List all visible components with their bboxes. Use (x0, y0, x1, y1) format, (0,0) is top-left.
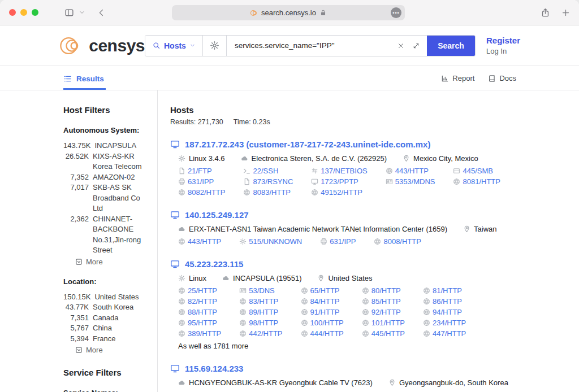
filter-row[interactable]: 26.52KKIXS-AS-KR Korea Telecom (63, 151, 152, 172)
more-button[interactable]: More (75, 346, 152, 354)
filter-row[interactable]: 7,352AMAZON-02 (63, 172, 152, 183)
service-link[interactable]: 515/UNKNOWN (239, 237, 302, 246)
service-link[interactable]: 444/HTTP (301, 329, 344, 338)
host-ip-link[interactable]: 187.217.72.243 (customer-187-217-72-243.… (170, 140, 579, 149)
filter-name[interactable]: France (93, 334, 152, 345)
report-button[interactable]: Report (441, 74, 474, 82)
service-link[interactable]: 445/HTTP (362, 329, 405, 338)
search-button[interactable]: Search (427, 36, 475, 56)
service-link[interactable]: 8083/HTTP (243, 188, 293, 197)
service-link[interactable]: 98/HTTP (239, 319, 282, 327)
filter-name[interactable]: CHINANET-BACKBONE No.31,Jin-rong Street (93, 214, 152, 256)
filter-row[interactable]: 43.77KSouth Korea (63, 302, 152, 313)
expand-query-icon[interactable] (413, 42, 420, 49)
filter-row[interactable]: 150.15KUnited States (63, 292, 152, 303)
query-settings-button[interactable] (203, 36, 227, 56)
service-link[interactable]: 234/HTTP (423, 319, 466, 327)
minimize-window-button[interactable] (20, 9, 27, 16)
chevron-down-icon[interactable] (79, 10, 85, 15)
service-link[interactable]: 83/HTTP (239, 297, 282, 306)
clear-query-icon[interactable] (397, 42, 404, 49)
globe-icon (362, 308, 369, 316)
filter-row[interactable]: 7,017SKB-AS SK Broadband Co Ltd (63, 182, 152, 214)
pin-icon (463, 225, 470, 233)
results-panel: Hosts Results: 271,730 Time: 0.23s 187.2… (158, 90, 579, 392)
service-link[interactable]: 447/HTTP (423, 329, 466, 338)
service-link[interactable]: 49152/HTTP (311, 188, 367, 197)
cloud-icon (178, 225, 185, 233)
docs-button[interactable]: Docs (488, 74, 516, 82)
filter-row[interactable]: 7,351Canada (63, 313, 152, 324)
service-link[interactable]: 92/HTTP (362, 308, 405, 316)
service-link[interactable]: 94/HTTP (423, 308, 466, 316)
service-link[interactable]: 89/HTTP (239, 308, 282, 316)
service-link[interactable]: 25/HTTP (178, 286, 221, 295)
sidebar-toggle-icon[interactable] (64, 8, 74, 18)
back-icon[interactable] (97, 8, 106, 17)
censys-logo[interactable]: censys (59, 33, 145, 58)
filter-name[interactable]: China (93, 323, 152, 334)
service-link[interactable]: 65/HTTP (301, 286, 344, 295)
service-link[interactable]: 442/HTTP (239, 329, 282, 338)
service-link[interactable]: 389/HTTP (178, 329, 221, 338)
filter-name[interactable]: United States (94, 292, 152, 303)
service-link[interactable]: 5353/MDNS (386, 177, 435, 186)
service-link[interactable]: 8008/HTTP (374, 237, 421, 246)
filter-name[interactable]: South Korea (93, 302, 152, 313)
service-link[interactable]: 873/RSYNC (243, 177, 293, 186)
search-query-input[interactable] (227, 36, 397, 56)
service-link[interactable]: 100/HTTP (301, 319, 344, 327)
service-link[interactable]: 631/IPP (178, 177, 225, 186)
service-link[interactable]: 53/DNS (239, 286, 282, 295)
service-link[interactable]: 81/HTTP (423, 286, 466, 295)
filter-section-label: Service Names: (63, 389, 152, 392)
share-icon[interactable] (541, 8, 550, 18)
filter-name[interactable]: AMAZON-02 (93, 172, 152, 183)
service-link[interactable]: 445/SMB (453, 167, 500, 175)
service-link[interactable]: 82/HTTP (178, 297, 221, 306)
service-link[interactable]: 84/HTTP (301, 297, 344, 306)
service-link[interactable]: 21/FTP (178, 167, 225, 175)
page-settings-button[interactable]: ••• (391, 7, 401, 18)
service-link[interactable]: 88/HTTP (178, 308, 221, 316)
register-link[interactable]: Register (486, 36, 520, 45)
service-link[interactable]: 95/HTTP (178, 319, 221, 327)
host-ip-link[interactable]: 45.223.223.115 (170, 259, 579, 269)
filter-row[interactable]: 143.75KINCAPSULA (63, 141, 152, 151)
service-link[interactable]: 91/HTTP (301, 308, 344, 316)
filter-name[interactable]: INCAPSULA (94, 141, 152, 151)
service-link[interactable]: 8081/HTTP (453, 177, 500, 186)
service-link[interactable]: 8082/HTTP (178, 188, 225, 197)
search-type-dropdown[interactable]: Hosts (145, 36, 203, 56)
service-link[interactable]: 631/IPP (320, 237, 356, 246)
filter-row[interactable]: 5,767China (63, 323, 152, 334)
globe-icon (453, 178, 460, 185)
login-link[interactable]: Log In (486, 47, 507, 55)
service-link[interactable]: 80/HTTP (362, 286, 405, 295)
service-link[interactable]: 137/NETBIOS (311, 167, 367, 175)
filter-name[interactable]: SKB-AS SK Broadband Co Ltd (93, 182, 152, 214)
zoom-window-button[interactable] (32, 9, 38, 16)
address-bar[interactable]: search.censys.io ••• (172, 5, 405, 20)
new-tab-icon[interactable] (561, 8, 570, 17)
service-link[interactable]: 1723/PPTP (311, 177, 367, 186)
more-icon (75, 346, 83, 354)
service-link[interactable]: 86/HTTP (423, 297, 466, 306)
docs-label: Docs (499, 74, 516, 82)
more-button[interactable]: More (75, 258, 152, 266)
service-label: 631/IPP (188, 177, 214, 186)
service-link[interactable]: 101/HTTP (362, 319, 405, 327)
service-link[interactable]: 443/HTTP (386, 167, 435, 175)
filter-name[interactable]: KIXS-AS-KR Korea Telecom (93, 151, 152, 172)
service-link[interactable]: 85/HTTP (362, 297, 405, 306)
filter-row[interactable]: 2,362CHINANET-BACKBONE No.31,Jin-rong St… (63, 214, 152, 256)
service-link[interactable]: 443/HTTP (178, 237, 221, 246)
close-window-button[interactable] (9, 9, 16, 16)
filter-row[interactable]: 5,394France (63, 334, 152, 345)
service-label: 873/RSYNC (253, 177, 293, 186)
tab-results[interactable]: Results (63, 75, 106, 90)
host-ip-link[interactable]: 115.69.124.233 (170, 364, 579, 373)
filter-name[interactable]: Canada (93, 313, 152, 324)
service-link[interactable]: 22/SSH (243, 167, 293, 175)
host-ip-link[interactable]: 140.125.249.127 (170, 210, 579, 220)
